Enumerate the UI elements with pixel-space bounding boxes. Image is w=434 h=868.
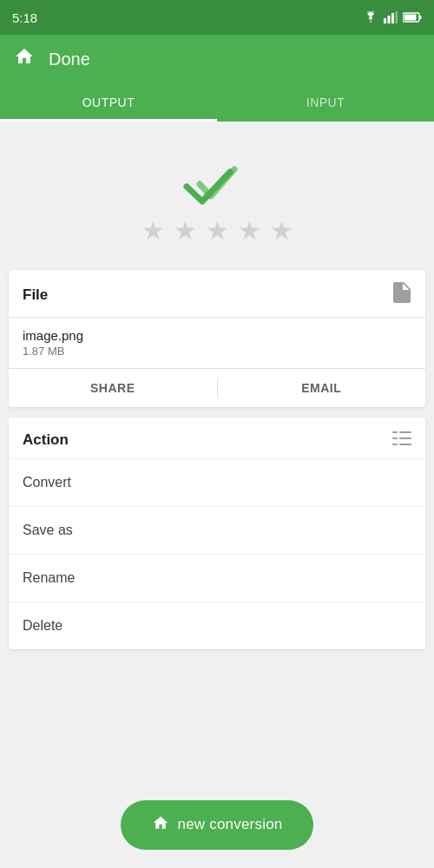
star-5[interactable]: ★ <box>270 215 293 246</box>
star-1[interactable]: ★ <box>141 215 165 246</box>
main-content: ★ ★ ★ ★ ★ File image.png 1.87 MB SHARE E… <box>0 122 434 746</box>
app-bar: Done <box>0 35 434 83</box>
svg-rect-9 <box>392 437 398 439</box>
svg-rect-1 <box>388 16 391 23</box>
svg-rect-10 <box>399 437 411 439</box>
wifi-icon <box>363 11 378 23</box>
action-card: Action Convert Save as Rename Delete <box>9 418 425 649</box>
svg-rect-7 <box>392 431 398 433</box>
action-item-delete[interactable]: Delete <box>9 602 425 649</box>
share-button[interactable]: SHARE <box>9 369 217 407</box>
file-card: File image.png 1.87 MB SHARE EMAIL <box>9 270 425 407</box>
action-item-save-as[interactable]: Save as <box>9 507 425 555</box>
svg-rect-5 <box>404 15 417 21</box>
tab-input[interactable]: Input <box>217 83 434 122</box>
status-bar: 5:18 <box>0 0 434 35</box>
success-checkmark <box>178 156 256 212</box>
app-title: Done <box>49 49 90 69</box>
new-conversion-label: new conversion <box>178 816 283 833</box>
action-card-header: Action <box>9 418 425 459</box>
file-actions: SHARE EMAIL <box>9 369 425 407</box>
bottom-area: new conversion <box>0 781 434 868</box>
star-2[interactable]: ★ <box>174 215 197 246</box>
stars-row: ★ ★ ★ ★ ★ <box>141 215 293 246</box>
new-conversion-button[interactable]: new conversion <box>121 800 314 850</box>
email-button[interactable]: EMAIL <box>218 369 426 407</box>
svg-rect-12 <box>399 444 411 445</box>
signal-icon <box>384 11 398 23</box>
action-card-title: Action <box>23 431 69 449</box>
svg-rect-8 <box>399 431 411 433</box>
action-item-convert[interactable]: Convert <box>9 459 425 507</box>
tabs: Output Input <box>0 83 434 122</box>
star-3[interactable]: ★ <box>206 215 229 246</box>
tab-output[interactable]: Output <box>0 83 217 122</box>
home-icon[interactable] <box>14 46 35 72</box>
file-icon <box>392 282 411 308</box>
file-card-title: File <box>23 286 48 304</box>
file-info: image.png 1.87 MB <box>9 318 425 369</box>
svg-rect-11 <box>392 444 398 445</box>
list-icon <box>392 430 411 450</box>
new-conversion-home-icon <box>152 814 169 836</box>
success-area: ★ ★ ★ ★ ★ <box>0 139 434 260</box>
battery-icon <box>403 12 422 23</box>
svg-rect-6 <box>420 16 422 19</box>
status-icons <box>363 11 422 23</box>
action-item-rename[interactable]: Rename <box>9 555 425 602</box>
svg-rect-0 <box>384 18 386 23</box>
svg-rect-3 <box>396 11 398 23</box>
status-time: 5:18 <box>12 10 37 25</box>
svg-rect-2 <box>391 13 394 23</box>
file-card-header: File <box>9 270 425 318</box>
file-size: 1.87 MB <box>23 345 411 358</box>
star-4[interactable]: ★ <box>238 215 261 246</box>
file-name: image.png <box>23 328 411 343</box>
